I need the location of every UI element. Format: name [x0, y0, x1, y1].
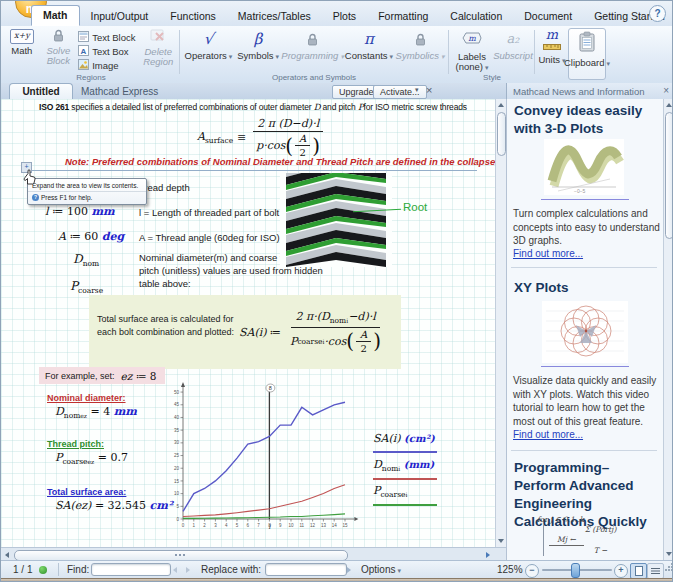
coarse-pitch-variable[interactable]: Pcoarse [70, 279, 103, 295]
svg-text:12: 12 [310, 523, 316, 528]
find-previous-icon[interactable] [173, 567, 177, 573]
nominal-diameter-variable[interactable]: Dnom [73, 252, 99, 268]
scroll-up-icon[interactable] [664, 99, 673, 111]
clipboard-button[interactable]: Clipboard [568, 28, 606, 80]
svg-text:m: m [468, 34, 476, 43]
sa-description-line1: Total surface area is calculated for [97, 314, 234, 324]
xy-plot[interactable]: 0510152025303540455001234567891011121314… [167, 379, 363, 531]
constants-button[interactable]: π Constants [344, 27, 394, 62]
total-surface-area-result[interactable]: SA(ez) = 32.545 cm² [55, 499, 173, 512]
sa-description-line2: each bolt combination and plotted: [97, 327, 234, 337]
find-out-more-link-1[interactable]: Find out more... [513, 248, 583, 259]
programming-button: Programming [281, 27, 344, 62]
tab-functions[interactable]: Functions [159, 7, 227, 26]
sidebar-body-xy-plots: Visualize data quickly and easily with X… [513, 374, 663, 428]
programming-snippet-thumbnail[interactable]: for j ∈ 0,1..k Σ (Portj) Mj ← T − [537, 515, 652, 557]
legend-sa-label[interactable]: SA(i) (cm²) [373, 432, 435, 445]
worksheet-vertical-scrollbar[interactable] [495, 99, 506, 547]
svg-text:8: 8 [269, 385, 272, 391]
image-icon [78, 59, 89, 72]
tab-input-output[interactable]: Input/Output [80, 7, 160, 26]
tab-document[interactable]: Document [513, 7, 583, 26]
example-region[interactable]: For example, set: ez ≔ 8 [39, 367, 165, 384]
resize-grip-icon[interactable] [665, 569, 667, 571]
constants-icon: π [364, 29, 374, 49]
sidebar-title: Mathcad News and Information [513, 86, 644, 97]
group-label-regions: Regions [5, 73, 177, 82]
sidebar-scroll-thumb[interactable] [665, 112, 673, 239]
draft-view-button[interactable] [647, 563, 664, 579]
horizontal-scroll-thumb[interactable] [14, 550, 348, 561]
svg-text:A: A [81, 46, 87, 55]
thread-pitch-result[interactable]: Pcoarseez = 0.7 [55, 451, 128, 466]
mathcad-window: m Math Input/Output Functions Matrices/T… [0, 0, 673, 582]
help-icon[interactable]: ? [649, 5, 666, 22]
options-button[interactable]: Options [361, 564, 401, 577]
find-out-more-link-2[interactable]: Find out more... [513, 429, 583, 440]
labels-button[interactable]: m Labels (none) [451, 27, 493, 73]
text-block-button[interactable]: Text Block [78, 30, 137, 44]
surface-area-definition-equation[interactable]: Asurface ≡ 2 π (D−d)·l p·cos(A2) [197, 117, 326, 158]
legend-pcoarse-label[interactable]: Pcoarsei [373, 484, 407, 499]
svg-text:14: 14 [332, 523, 338, 528]
3d-plot-thumbnail[interactable]: −0−5 [544, 139, 624, 195]
zoom-in-icon[interactable]: + [614, 564, 628, 578]
tab-plots[interactable]: Plots [322, 7, 367, 26]
scroll-down-icon[interactable] [496, 535, 506, 547]
units-button[interactable]: m Units [538, 28, 566, 65]
document-tab-untitled[interactable]: Untitled [9, 83, 73, 99]
nominal-diameter-title: Nominal diameter: [47, 393, 126, 403]
lock-icon [307, 29, 318, 49]
find-next-icon[interactable] [186, 567, 190, 573]
group-regions: x+y Math Solve Block Text Block [5, 26, 177, 83]
sidebar-heading-3d-plots: Convey ideas easily with 3-D Plots [514, 102, 660, 138]
find-input[interactable] [91, 563, 171, 576]
group-separator [448, 30, 449, 74]
legend-dnom-label[interactable]: Dnomi (mm) [373, 458, 434, 473]
length-definition[interactable]: l ≔ 100 mm [45, 205, 115, 218]
page-view-button[interactable] [630, 563, 647, 579]
xy-plot-thumbnail[interactable] [542, 301, 628, 363]
screw-thread-3d-image[interactable] [280, 173, 392, 271]
worksheet-horizontal-scrollbar[interactable] [1, 547, 506, 561]
zoom-slider-handle[interactable] [571, 563, 580, 578]
group-operators-symbols: √ Operators β Symbols Programming π Cons… [182, 26, 446, 83]
svg-text:0: 0 [182, 523, 185, 528]
replace-input[interactable] [265, 563, 347, 576]
tab-matrices-tables[interactable]: Matrices/Tables [227, 7, 322, 26]
close-document-icon[interactable]: × [426, 84, 432, 96]
math-button[interactable]: x+y Math [5, 27, 39, 72]
solve-block-button: Solve Block [41, 27, 77, 72]
legend-pcoarse-line [373, 504, 437, 506]
text-box-button[interactable]: A Text Box [78, 44, 137, 58]
operators-button[interactable]: √ Operators [182, 27, 235, 62]
collapsed-area-note: Note: Preferred combinations of Nominal … [65, 156, 556, 167]
tab-list-caret-icon[interactable]: ▾ [415, 86, 419, 94]
tab-calculation[interactable]: Calculation [439, 7, 513, 26]
scroll-right-icon[interactable] [482, 550, 494, 559]
sa-definition-equation[interactable]: SA(i) ≔ 2 π·(Dnomi−d)·l Pcoarsei·cos(A2) [239, 301, 387, 363]
tab-math[interactable]: Math [31, 5, 80, 26]
symbols-button[interactable]: β Symbols [235, 27, 281, 62]
nominal-diameter-result[interactable]: Dnomez = 4 mm [55, 405, 137, 420]
vertical-scroll-thumb[interactable] [497, 112, 506, 156]
sidebar-close-icon[interactable]: × [663, 85, 669, 96]
scroll-left-icon[interactable] [1, 550, 13, 559]
svg-text:35: 35 [174, 428, 180, 433]
scroll-up-icon[interactable] [496, 99, 506, 111]
group-separator [179, 30, 180, 74]
scroll-down-icon[interactable] [664, 548, 673, 560]
zoom-out-icon[interactable]: − [525, 564, 539, 578]
clipboard-icon [578, 29, 596, 57]
angle-definition[interactable]: A ≔ 60 deg [58, 230, 124, 243]
svg-text:15: 15 [174, 479, 180, 484]
tab-formatting[interactable]: Formatting [367, 7, 439, 26]
sidebar-header: Mathcad News and Information × [506, 83, 673, 100]
delete-region-icon [150, 29, 167, 45]
replace-next-icon[interactable] [347, 567, 351, 573]
svg-text:15: 15 [342, 523, 348, 528]
app-edition-label: Mathcad Express [81, 86, 158, 97]
group-style: m Labels (none) a₂ Subscript Style [451, 26, 533, 83]
sidebar-scrollbar[interactable] [663, 99, 673, 560]
image-button[interactable]: Image [78, 58, 137, 72]
